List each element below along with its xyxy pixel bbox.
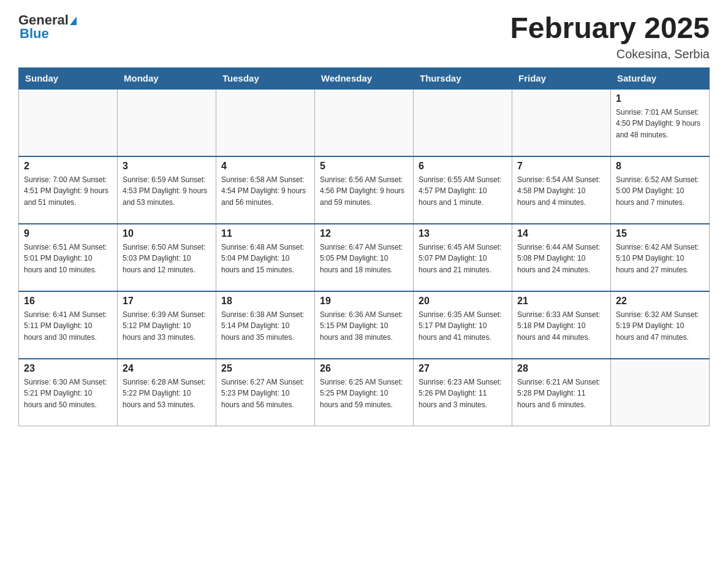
day-info: Sunrise: 6:33 AM Sunset: 5:18 PM Dayligh… bbox=[517, 309, 605, 343]
calendar-cell: 28Sunrise: 6:21 AM Sunset: 5:28 PM Dayli… bbox=[512, 359, 611, 426]
day-info: Sunrise: 6:54 AM Sunset: 4:58 PM Dayligh… bbox=[517, 174, 605, 209]
calendar-cell: 16Sunrise: 6:41 AM Sunset: 5:11 PM Dayli… bbox=[19, 291, 118, 359]
week-row-4: 16Sunrise: 6:41 AM Sunset: 5:11 PM Dayli… bbox=[19, 291, 710, 359]
day-info: Sunrise: 6:23 AM Sunset: 5:26 PM Dayligh… bbox=[419, 377, 507, 411]
day-info: Sunrise: 6:42 AM Sunset: 5:10 PM Dayligh… bbox=[616, 242, 704, 276]
location-text: Cokesina, Serbia bbox=[510, 47, 710, 61]
day-number: 1 bbox=[616, 93, 704, 104]
calendar-table: SundayMondayTuesdayWednesdayThursdayFrid… bbox=[18, 67, 710, 427]
day-info: Sunrise: 6:25 AM Sunset: 5:25 PM Dayligh… bbox=[320, 377, 408, 411]
calendar-cell bbox=[118, 89, 216, 156]
day-number: 14 bbox=[517, 228, 605, 239]
day-number: 3 bbox=[123, 161, 211, 172]
weekday-header-thursday: Thursday bbox=[414, 67, 512, 89]
day-info: Sunrise: 6:35 AM Sunset: 5:17 PM Dayligh… bbox=[419, 309, 507, 343]
calendar-cell: 26Sunrise: 6:25 AM Sunset: 5:25 PM Dayli… bbox=[315, 359, 414, 426]
day-info: Sunrise: 6:36 AM Sunset: 5:15 PM Dayligh… bbox=[320, 309, 408, 343]
day-number: 10 bbox=[123, 228, 211, 239]
day-number: 15 bbox=[616, 228, 704, 239]
day-info: Sunrise: 6:59 AM Sunset: 4:53 PM Dayligh… bbox=[123, 174, 211, 209]
day-number: 13 bbox=[419, 228, 507, 239]
day-info: Sunrise: 6:32 AM Sunset: 5:19 PM Dayligh… bbox=[616, 309, 704, 343]
day-info: Sunrise: 6:47 AM Sunset: 5:05 PM Dayligh… bbox=[320, 242, 408, 276]
day-number: 19 bbox=[320, 296, 408, 307]
day-info: Sunrise: 6:48 AM Sunset: 5:04 PM Dayligh… bbox=[221, 242, 309, 276]
day-info: Sunrise: 6:28 AM Sunset: 5:22 PM Dayligh… bbox=[123, 377, 211, 411]
weekday-header-row: SundayMondayTuesdayWednesdayThursdayFrid… bbox=[19, 67, 710, 89]
calendar-cell: 13Sunrise: 6:45 AM Sunset: 5:07 PM Dayli… bbox=[414, 224, 512, 291]
calendar-cell: 21Sunrise: 6:33 AM Sunset: 5:18 PM Dayli… bbox=[512, 291, 611, 359]
calendar-cell bbox=[512, 89, 611, 156]
day-number: 9 bbox=[24, 228, 112, 239]
day-number: 18 bbox=[221, 296, 309, 307]
day-info: Sunrise: 6:50 AM Sunset: 5:03 PM Dayligh… bbox=[123, 242, 211, 276]
day-number: 11 bbox=[221, 228, 309, 239]
calendar-cell: 12Sunrise: 6:47 AM Sunset: 5:05 PM Dayli… bbox=[315, 224, 414, 291]
day-number: 6 bbox=[419, 161, 507, 172]
calendar-cell: 9Sunrise: 6:51 AM Sunset: 5:01 PM Daylig… bbox=[19, 224, 118, 291]
week-row-5: 23Sunrise: 6:30 AM Sunset: 5:21 PM Dayli… bbox=[19, 359, 710, 426]
calendar-cell: 18Sunrise: 6:38 AM Sunset: 5:14 PM Dayli… bbox=[216, 291, 315, 359]
day-number: 8 bbox=[616, 161, 704, 172]
day-number: 22 bbox=[616, 296, 704, 307]
calendar-cell: 11Sunrise: 6:48 AM Sunset: 5:04 PM Dayli… bbox=[216, 224, 315, 291]
week-row-3: 9Sunrise: 6:51 AM Sunset: 5:01 PM Daylig… bbox=[19, 224, 710, 291]
calendar-cell: 8Sunrise: 6:52 AM Sunset: 5:00 PM Daylig… bbox=[611, 156, 710, 224]
weekday-header-wednesday: Wednesday bbox=[315, 67, 414, 89]
day-number: 24 bbox=[123, 363, 211, 374]
day-info: Sunrise: 6:38 AM Sunset: 5:14 PM Dayligh… bbox=[221, 309, 309, 343]
calendar-cell: 17Sunrise: 6:39 AM Sunset: 5:12 PM Dayli… bbox=[118, 291, 216, 359]
day-number: 17 bbox=[123, 296, 211, 307]
calendar-cell: 27Sunrise: 6:23 AM Sunset: 5:26 PM Dayli… bbox=[414, 359, 512, 426]
logo-triangle-icon bbox=[70, 17, 77, 25]
title-section: February 2025 Cokesina, Serbia bbox=[510, 12, 710, 61]
day-number: 12 bbox=[320, 228, 408, 239]
weekday-header-friday: Friday bbox=[512, 67, 611, 89]
calendar-cell bbox=[315, 89, 414, 156]
day-number: 16 bbox=[24, 296, 112, 307]
weekday-header-sunday: Sunday bbox=[19, 67, 118, 89]
day-info: Sunrise: 7:00 AM Sunset: 4:51 PM Dayligh… bbox=[24, 174, 112, 209]
day-info: Sunrise: 6:41 AM Sunset: 5:11 PM Dayligh… bbox=[24, 309, 112, 343]
calendar-cell: 6Sunrise: 6:55 AM Sunset: 4:57 PM Daylig… bbox=[414, 156, 512, 224]
calendar-cell: 1Sunrise: 7:01 AM Sunset: 4:50 PM Daylig… bbox=[611, 89, 710, 156]
calendar-cell: 24Sunrise: 6:28 AM Sunset: 5:22 PM Dayli… bbox=[118, 359, 216, 426]
day-info: Sunrise: 6:21 AM Sunset: 5:28 PM Dayligh… bbox=[517, 377, 605, 411]
calendar-cell bbox=[414, 89, 512, 156]
weekday-header-monday: Monday bbox=[118, 67, 216, 89]
day-info: Sunrise: 6:56 AM Sunset: 4:56 PM Dayligh… bbox=[320, 174, 408, 209]
day-info: Sunrise: 6:45 AM Sunset: 5:07 PM Dayligh… bbox=[419, 242, 507, 276]
day-number: 5 bbox=[320, 161, 408, 172]
day-number: 21 bbox=[517, 296, 605, 307]
logo: General Blue bbox=[18, 12, 77, 42]
calendar-cell: 23Sunrise: 6:30 AM Sunset: 5:21 PM Dayli… bbox=[19, 359, 118, 426]
calendar-cell: 3Sunrise: 6:59 AM Sunset: 4:53 PM Daylig… bbox=[118, 156, 216, 224]
day-number: 4 bbox=[221, 161, 309, 172]
calendar-cell: 22Sunrise: 6:32 AM Sunset: 5:19 PM Dayli… bbox=[611, 291, 710, 359]
day-number: 2 bbox=[24, 161, 112, 172]
day-info: Sunrise: 6:44 AM Sunset: 5:08 PM Dayligh… bbox=[517, 242, 605, 276]
calendar-cell: 5Sunrise: 6:56 AM Sunset: 4:56 PM Daylig… bbox=[315, 156, 414, 224]
day-info: Sunrise: 6:51 AM Sunset: 5:01 PM Dayligh… bbox=[24, 242, 112, 276]
day-info: Sunrise: 6:52 AM Sunset: 5:00 PM Dayligh… bbox=[616, 174, 704, 209]
calendar-cell bbox=[19, 89, 118, 156]
day-number: 20 bbox=[419, 296, 507, 307]
day-info: Sunrise: 6:55 AM Sunset: 4:57 PM Dayligh… bbox=[419, 174, 507, 209]
day-info: Sunrise: 6:39 AM Sunset: 5:12 PM Dayligh… bbox=[123, 309, 211, 343]
weekday-header-saturday: Saturday bbox=[611, 67, 710, 89]
calendar-cell: 19Sunrise: 6:36 AM Sunset: 5:15 PM Dayli… bbox=[315, 291, 414, 359]
calendar-cell: 15Sunrise: 6:42 AM Sunset: 5:10 PM Dayli… bbox=[611, 224, 710, 291]
day-info: Sunrise: 7:01 AM Sunset: 4:50 PM Dayligh… bbox=[616, 107, 704, 141]
calendar-cell bbox=[611, 359, 710, 426]
day-number: 7 bbox=[517, 161, 605, 172]
calendar-cell: 20Sunrise: 6:35 AM Sunset: 5:17 PM Dayli… bbox=[414, 291, 512, 359]
day-number: 27 bbox=[419, 363, 507, 374]
logo-blue-text: Blue bbox=[20, 26, 49, 42]
week-row-1: 1Sunrise: 7:01 AM Sunset: 4:50 PM Daylig… bbox=[19, 89, 710, 156]
weekday-header-tuesday: Tuesday bbox=[216, 67, 315, 89]
day-info: Sunrise: 6:58 AM Sunset: 4:54 PM Dayligh… bbox=[221, 174, 309, 209]
week-row-2: 2Sunrise: 7:00 AM Sunset: 4:51 PM Daylig… bbox=[19, 156, 710, 224]
day-number: 23 bbox=[24, 363, 112, 374]
day-number: 28 bbox=[517, 363, 605, 374]
day-number: 26 bbox=[320, 363, 408, 374]
